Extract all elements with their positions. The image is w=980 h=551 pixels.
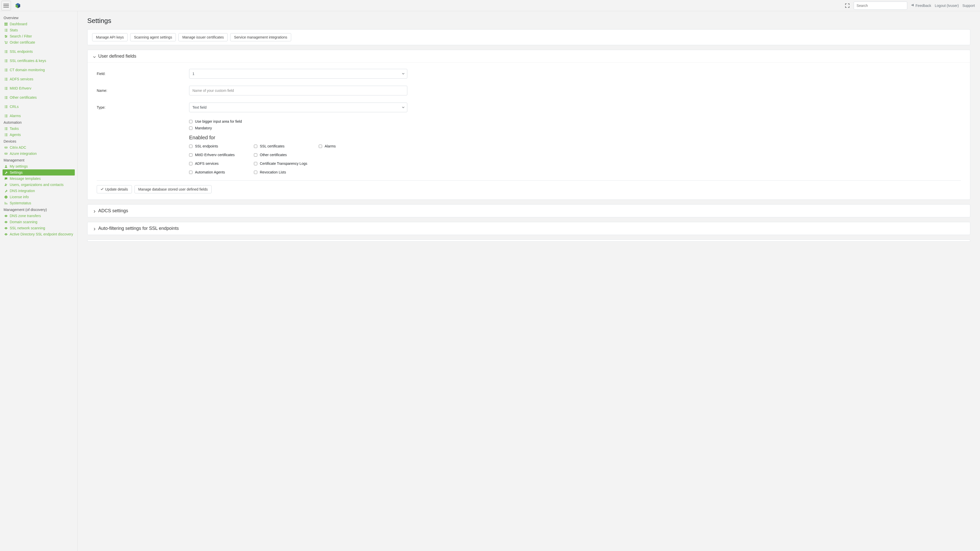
sidebar-item-users-organizations-and-contacts[interactable]: Users, organizations and contacts xyxy=(3,182,75,188)
checkbox-label: Revocation Lists xyxy=(260,170,286,174)
panel-header-adcs[interactable]: ADCS settings xyxy=(88,205,970,217)
sidebar-item-ssl-endpoints[interactable]: SSL endpoints xyxy=(3,48,75,55)
checkbox-label: SSL certificates xyxy=(260,144,285,148)
svg-rect-70 xyxy=(5,127,7,128)
update-details-button[interactable]: Update details xyxy=(97,185,132,193)
sidebar-item-label: DNS integration xyxy=(10,189,35,193)
checkbox-other-certificates[interactable] xyxy=(254,153,257,157)
checkbox-label: Automation Agents xyxy=(195,170,225,174)
checkbox-revocation-lists[interactable] xyxy=(254,171,257,174)
svg-rect-90 xyxy=(6,196,6,197)
grid-icon xyxy=(4,22,8,26)
eye-icon xyxy=(4,220,8,224)
fullscreen-icon[interactable] xyxy=(845,3,850,8)
sidebar-item-domain-scanning[interactable]: Domain scanning xyxy=(3,219,75,225)
svg-rect-44 xyxy=(5,80,7,80)
svg-rect-53 xyxy=(4,97,5,98)
feedback-label: Feedback xyxy=(915,3,931,8)
svg-rect-21 xyxy=(4,50,5,51)
search-input[interactable] xyxy=(854,2,907,10)
svg-rect-29 xyxy=(4,60,5,61)
checkbox-automation-agents[interactable] xyxy=(189,171,192,174)
svg-rect-68 xyxy=(5,117,7,117)
sidebar-item-systemstatus[interactable]: Systemstatus xyxy=(3,200,75,206)
svg-rect-59 xyxy=(4,106,5,107)
sidebar-item-my-settings[interactable]: My settings xyxy=(3,163,75,169)
sidebar-item-azure-integration[interactable]: Azure integration xyxy=(3,151,75,157)
support-link[interactable]: Support xyxy=(963,3,975,8)
enabled-for-heading: Enabled for xyxy=(189,135,407,141)
name-input[interactable] xyxy=(189,86,407,95)
svg-rect-35 xyxy=(4,70,5,70)
menu-toggle-button[interactable] xyxy=(1,1,11,11)
sidebar-item-mitid-erhverv[interactable]: MitID Erhverv xyxy=(3,85,75,91)
sidebar-item-alarms[interactable]: Alarms xyxy=(3,113,75,119)
sidebar-item-stats[interactable]: Stats xyxy=(3,27,75,33)
sidebar-item-label: MitID Erhverv xyxy=(10,86,32,90)
sidebar-item-ssl-certificates-keys[interactable]: SSL certificates & keys xyxy=(3,58,75,64)
checkbox-ssl-certificates[interactable] xyxy=(254,144,257,148)
sidebar-item-label: Azure integration xyxy=(10,151,37,156)
chevron-right-icon xyxy=(93,209,96,213)
checkbox-adfs-services[interactable] xyxy=(189,162,192,165)
panel-header-autofilter[interactable]: Auto-filtering settings for SSL endpoint… xyxy=(88,222,970,235)
checkbox-certificate-transparency-logs[interactable] xyxy=(254,162,257,165)
svg-rect-33 xyxy=(4,68,5,69)
svg-rect-38 xyxy=(5,71,7,71)
svg-rect-69 xyxy=(4,127,5,128)
label-mandatory: Mandatory xyxy=(195,126,212,130)
sidebar-item-tasks[interactable]: Tasks xyxy=(3,125,75,132)
sidebar-item-dns-integration[interactable]: DNS integration xyxy=(3,188,75,194)
manage-issuer-certificates-button[interactable]: Manage issuer certificates xyxy=(178,33,228,41)
checkbox-ssl-endpoints[interactable] xyxy=(189,144,192,148)
svg-rect-30 xyxy=(5,60,7,61)
sidebar-item-label: My settings xyxy=(10,164,28,168)
sidebar-item-settings[interactable]: Settings xyxy=(3,169,75,176)
sidebar-item-ct-domain-monitoring[interactable]: CT domain monitoring xyxy=(3,67,75,73)
sidebar-item-citrix-adc[interactable]: Citrix ADC xyxy=(3,144,75,151)
sidebar-heading: Management (of discovery) xyxy=(3,206,75,213)
sidebar-item-active-directory-ssl-endpoint-discovery[interactable]: Active Directory SSL endpoint discovery xyxy=(3,231,75,237)
checkbox-bigger-input[interactable] xyxy=(189,120,192,123)
sidebar-item-adfs-services[interactable]: ADFS services xyxy=(3,76,75,82)
sidebar-item-ssl-network-scanning[interactable]: SSL network scanning xyxy=(3,225,75,231)
sidebar-item-license-info[interactable]: License info xyxy=(3,194,75,200)
panel-header-udf[interactable]: User defined fields xyxy=(88,50,970,63)
field-select[interactable]: 1 xyxy=(189,69,407,79)
logout-link[interactable]: Logout (tvuser) xyxy=(935,3,959,8)
sliders-icon xyxy=(4,35,8,38)
checkbox-mitid-erhverv-certificates[interactable] xyxy=(189,153,192,157)
manage-db-fields-button[interactable]: Manage database stored user defined fiel… xyxy=(135,185,212,193)
sidebar-item-other-certificates[interactable]: Other certificates xyxy=(3,94,75,100)
feedback-link[interactable]: Feedback xyxy=(911,3,931,8)
type-select[interactable]: Text field xyxy=(189,103,407,112)
checkbox-alarms[interactable] xyxy=(319,144,322,148)
sidebar-item-label: CT domain monitoring xyxy=(10,68,45,72)
sidebar-item-label: Dashboard xyxy=(10,22,27,26)
sidebar-item-agents[interactable]: Agents xyxy=(3,132,75,138)
sidebar-item-order-certificate[interactable]: Order certificate xyxy=(3,39,75,45)
scanning-agent-settings-button[interactable]: Scanning agent settings xyxy=(130,33,176,41)
checkbox-mandatory[interactable] xyxy=(189,127,192,130)
sidebar-item-dashboard[interactable]: Dashboard xyxy=(3,21,75,27)
manage-api-keys-button[interactable]: Manage API keys xyxy=(92,33,127,41)
svg-point-96 xyxy=(5,227,6,228)
sidebar-item-label: SSL endpoints xyxy=(10,49,33,54)
sidebar-item-label: License info xyxy=(10,195,29,199)
sidebar-item-dns-zone-transfers[interactable]: DNS zone transfers xyxy=(3,213,75,219)
sidebar-item-crls[interactable]: CRLs xyxy=(3,103,75,110)
field-label: Field: xyxy=(97,72,189,76)
svg-point-16 xyxy=(5,35,5,36)
svg-rect-9 xyxy=(4,30,5,30)
sidebar-item-message-templates[interactable]: Message templates xyxy=(3,176,75,182)
sidebar: OverviewDashboardStatsSearch / FilterOrd… xyxy=(0,11,78,551)
checkbox-label: ADFS services xyxy=(195,162,219,165)
service-management-integrations-button[interactable]: Service management integrations xyxy=(230,33,291,41)
svg-point-97 xyxy=(5,233,6,234)
svg-rect-41 xyxy=(4,79,5,79)
sidebar-item-label: Agents xyxy=(10,133,21,137)
svg-point-18 xyxy=(5,37,6,37)
wrench-icon xyxy=(4,189,8,192)
type-label: Type: xyxy=(97,105,189,110)
sidebar-item-search-filter[interactable]: Search / Filter xyxy=(3,33,75,39)
